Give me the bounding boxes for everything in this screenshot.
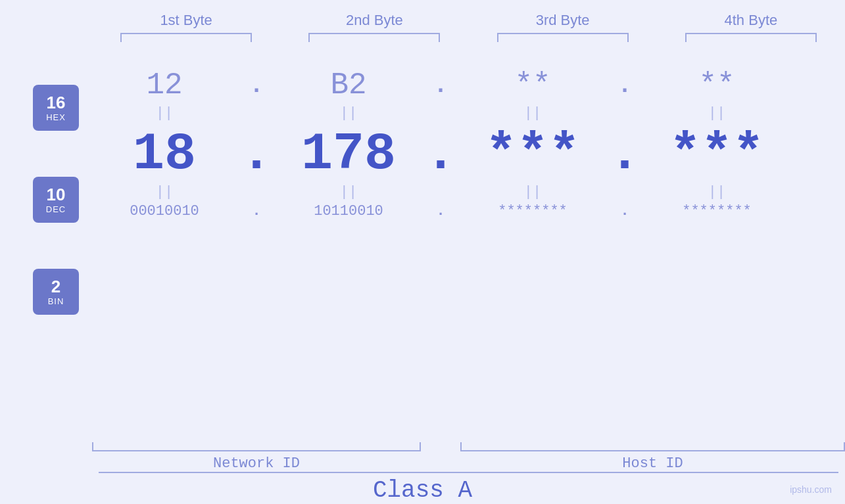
hex-badge: 16 HEX — [33, 85, 79, 131]
dec-b4: *** — [669, 124, 764, 184]
byte2-header: 2nd Byte — [302, 12, 447, 29]
dec-dot1: . — [241, 124, 272, 184]
dec-b1: 18 — [133, 124, 196, 184]
class-label: Class A — [0, 477, 845, 504]
bottom-section: Network ID Host ID Class A — [0, 442, 845, 504]
badge-column: 16 HEX 10 DEC 2 BIN — [0, 62, 92, 338]
content-area: 16 HEX 10 DEC 2 BIN 12 . B2 . ** . ** — [0, 49, 845, 436]
bin-b4: ******** — [682, 203, 752, 219]
dec-badge: 10 DEC — [33, 177, 79, 223]
bin-b1: 00010010 — [130, 203, 199, 219]
byte1-header: 1st Byte — [114, 12, 258, 29]
main-container: 1st Byte 2nd Byte 3rd Byte 4th Byte 16 H… — [0, 0, 845, 504]
label-spacer — [421, 455, 460, 472]
bracket-host — [460, 442, 845, 451]
data-area: 12 . B2 . ** . ** || || || || 18 — [92, 49, 845, 219]
dec-dot2: . — [425, 124, 456, 184]
bracket-network — [92, 442, 421, 451]
hex-dot3: . — [617, 72, 632, 99]
bin-dot1: . — [252, 203, 260, 219]
hex-b2: B2 — [330, 68, 366, 103]
eq1-b4: || — [708, 105, 725, 122]
host-id-label: Host ID — [460, 455, 845, 472]
network-id-label: Network ID — [92, 455, 421, 472]
eq-row-1: || || || || — [92, 105, 832, 122]
hex-b1: 12 — [146, 68, 182, 103]
hex-b4: ** — [698, 68, 735, 103]
hex-badge-number: 16 — [47, 93, 66, 112]
bracket-1 — [120, 33, 252, 42]
eq1-b3: || — [524, 105, 541, 122]
bin-badge-number: 2 — [51, 277, 60, 296]
eq2-b3: || — [524, 184, 541, 200]
bin-badge-label: BIN — [48, 296, 64, 306]
hex-dot2: . — [433, 72, 448, 99]
eq-row-2: || || || || — [92, 184, 832, 200]
byte-header-row: 1st Byte 2nd Byte 3rd Byte 4th Byte — [0, 12, 845, 29]
dec-badge-label: DEC — [46, 204, 66, 214]
bracket-3 — [497, 33, 629, 42]
bracket-4 — [685, 33, 817, 42]
bracket-spacer — [421, 442, 460, 451]
bracket-2 — [308, 33, 440, 42]
bin-dot2: . — [436, 203, 445, 219]
bin-row: 00010010 . 10110010 . ******** . *******… — [92, 203, 832, 219]
eq2-b4: || — [708, 184, 725, 200]
bin-b3: ******** — [498, 203, 567, 219]
bin-b2: 10110010 — [314, 203, 383, 219]
top-bracket-row — [0, 33, 845, 42]
bottom-labels-row: Network ID Host ID — [92, 455, 845, 472]
bottom-brackets-row — [92, 442, 845, 451]
hex-row: 12 . B2 . ** . ** — [92, 68, 832, 103]
hex-dot1: . — [249, 72, 264, 99]
byte3-header: 3rd Byte — [491, 12, 635, 29]
eq2-b1: || — [156, 184, 173, 200]
hex-badge-label: HEX — [46, 112, 66, 122]
hex-b3: ** — [514, 68, 550, 103]
bin-dot3: . — [620, 203, 629, 219]
class-bracket-line — [99, 472, 838, 473]
eq2-b2: || — [340, 184, 357, 200]
dec-dot3: . — [609, 124, 640, 184]
dec-row: 18 . 178 . *** . *** — [92, 124, 832, 184]
bin-badge: 2 BIN — [33, 269, 79, 315]
dec-badge-number: 10 — [47, 185, 66, 204]
byte4-header: 4th Byte — [679, 12, 823, 29]
eq1-b2: || — [340, 105, 357, 122]
eq1-b1: || — [156, 105, 173, 122]
dec-b2: 178 — [301, 124, 396, 184]
watermark: ipshu.com — [790, 484, 832, 495]
dec-b3: *** — [485, 124, 580, 184]
